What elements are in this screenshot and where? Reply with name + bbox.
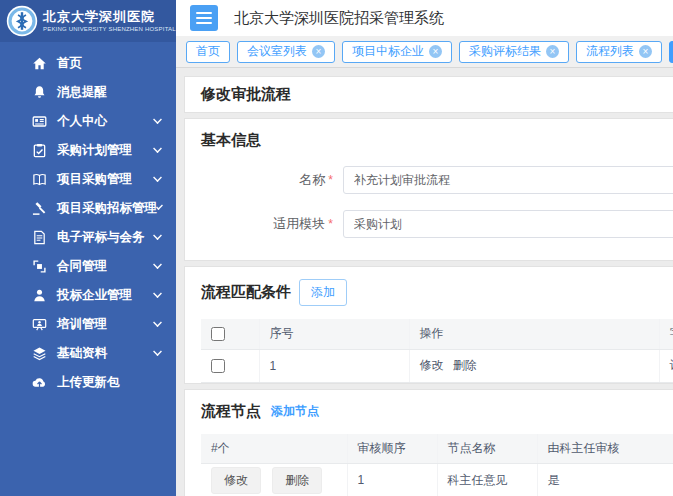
- sidebar-item-contract-management[interactable]: 合同管理: [0, 252, 176, 281]
- add-condition-button[interactable]: 添加: [299, 279, 347, 306]
- book-icon: [32, 172, 47, 187]
- tab-process-active[interactable]: 流程 ×: [669, 41, 673, 63]
- sidebar-menu: 首页 消息提醒 个人中心 采购计划管理 项目采购管理: [0, 42, 176, 397]
- close-icon[interactable]: ×: [639, 45, 652, 58]
- sidebar-item-personal-center[interactable]: 个人中心: [0, 107, 176, 136]
- row-checkbox[interactable]: [211, 359, 225, 373]
- page-title: 修改审批流程: [201, 85, 673, 104]
- sidebar-item-procurement-plan[interactable]: 采购计划管理: [0, 136, 176, 165]
- sidebar-item-label: 基础资料: [57, 345, 153, 362]
- tab-label: 会议室列表: [247, 43, 307, 60]
- name-field-label: 名称*: [201, 171, 333, 189]
- presentation-icon: [32, 317, 47, 332]
- delete-button[interactable]: 删除: [272, 467, 322, 494]
- sidebar-item-basic-data[interactable]: 基础资料: [0, 339, 176, 368]
- chevron-down-icon: [153, 318, 162, 327]
- column-header-field: 字段: [659, 319, 673, 349]
- home-icon: [32, 56, 47, 71]
- sidebar-item-label: 消息提醒: [57, 84, 162, 101]
- required-marker: *: [328, 173, 333, 187]
- top-header: 北京大学深圳医院招采管理系统: [176, 0, 673, 36]
- chevron-down-icon: [153, 347, 162, 356]
- sidebar-item-label: 合同管理: [57, 258, 153, 275]
- close-icon[interactable]: ×: [429, 45, 442, 58]
- close-icon[interactable]: ×: [546, 45, 559, 58]
- content-area: 修改审批流程 基本信息 名称* 适用模块* 流程匹配条件 添加: [176, 68, 673, 496]
- system-title: 北京大学深圳医院招采管理系统: [234, 9, 444, 28]
- hospital-name: 北京大学深圳医院: [43, 10, 176, 24]
- hamburger-icon: [196, 12, 212, 14]
- process-nodes-table: #个 审核顺序 节点名称 由科主任审核 修改 删除 1: [201, 434, 673, 496]
- sidebar-item-label: 个人中心: [57, 113, 153, 130]
- sidebar-item-label: 投标企业管理: [57, 287, 153, 304]
- hospital-logo: 北京大学深圳医院 PEKING UNIVERSITY SHENZHEN HOSP…: [0, 0, 176, 42]
- chevron-down-icon: [153, 144, 162, 153]
- tab-label: 流程列表: [586, 43, 634, 60]
- sidebar-item-bidder-companies[interactable]: 投标企业管理: [0, 281, 176, 310]
- tab-meeting-room-list[interactable]: 会议室列表 ×: [237, 41, 335, 63]
- close-icon[interactable]: ×: [312, 45, 325, 58]
- chevron-down-icon: [153, 289, 162, 298]
- sidebar-item-messages[interactable]: 消息提醒: [0, 78, 176, 107]
- column-header-actions: #个: [201, 434, 347, 464]
- table-header-row: 序号 操作 字段: [201, 319, 673, 349]
- select-all-checkbox[interactable]: [211, 327, 225, 341]
- column-header-order: 审核顺序: [347, 434, 437, 464]
- page-title-card: 修改审批流程: [184, 76, 673, 113]
- sidebar-item-training-management[interactable]: 培训管理: [0, 310, 176, 339]
- sidebar-item-upload-update-package[interactable]: 上传更新包: [0, 368, 176, 397]
- sidebar-item-label: 项目采购管理: [57, 171, 153, 188]
- form-row-name: 名称*: [201, 166, 673, 194]
- delete-link[interactable]: 删除: [453, 358, 477, 372]
- match-conditions-table: 序号 操作 字段 1 修改 删除 计划: [201, 319, 673, 383]
- gavel-icon: [32, 201, 47, 216]
- hospital-name-block: 北京大学深圳医院 PEKING UNIVERSITY SHENZHEN HOSP…: [43, 10, 176, 33]
- sidebar-toggle-button[interactable]: [190, 5, 218, 31]
- hospital-emblem-icon: [6, 5, 38, 37]
- document-edit-icon: [32, 230, 47, 245]
- table-row: 1 修改 删除 计划: [201, 349, 673, 382]
- tab-label: 项目中标企业: [352, 43, 424, 60]
- row-order-cell: 1: [347, 464, 437, 496]
- process-nodes-card: 流程节点 添加节点 #个 审核顺序 节点名称 由科主任审核: [184, 389, 673, 496]
- sidebar-item-bidding-management[interactable]: 项目采购招标管理: [0, 194, 176, 223]
- sidebar-item-project-procurement[interactable]: 项目采购管理: [0, 165, 176, 194]
- tab-evaluation-results[interactable]: 采购评标结果 ×: [459, 41, 569, 63]
- table-row: 修改 删除 1 科主任意见 是: [201, 464, 673, 496]
- layers-icon: [32, 346, 47, 361]
- user-icon: [32, 288, 47, 303]
- sidebar-item-e-evaluation[interactable]: 电子评标与会务: [0, 223, 176, 252]
- tab-winning-companies[interactable]: 项目中标企业 ×: [342, 41, 452, 63]
- row-node-name-cell: 科主任意见: [437, 464, 537, 496]
- sidebar: 北京大学深圳医院 PEKING UNIVERSITY SHENZHEN HOSP…: [0, 0, 176, 496]
- cloud-upload-icon: [32, 375, 47, 390]
- sidebar-item-label: 项目采购招标管理: [57, 200, 157, 217]
- tab-process-list[interactable]: 流程列表 ×: [576, 41, 662, 63]
- chevron-down-icon: [153, 115, 162, 124]
- sidebar-item-label: 电子评标与会务: [57, 229, 153, 246]
- applicable-module-input[interactable]: [343, 210, 673, 238]
- chevron-down-icon: [153, 173, 162, 182]
- required-marker: *: [328, 217, 333, 231]
- tab-label: 采购评标结果: [469, 43, 541, 60]
- chevron-down-icon: [153, 231, 162, 240]
- process-nodes-header: 流程节点 添加节点: [201, 402, 673, 421]
- select-all-cell: [201, 319, 259, 349]
- app-root: 北京大学深圳医院 PEKING UNIVERSITY SHENZHEN HOSP…: [0, 0, 673, 496]
- name-input[interactable]: [343, 166, 673, 194]
- edit-button[interactable]: 修改: [211, 467, 261, 494]
- table-header-row: #个 审核顺序 节点名称 由科主任审核: [201, 434, 673, 464]
- sidebar-item-home[interactable]: 首页: [0, 49, 176, 78]
- main-area: 北京大学深圳医院招采管理系统 首页 会议室列表 × 项目中标企业 × 采购评标结…: [176, 0, 673, 496]
- match-conditions-card: 流程匹配条件 添加 序号 操作 字段: [184, 266, 673, 384]
- form-row-module: 适用模块*: [201, 210, 673, 238]
- tab-bar: 首页 会议室列表 × 项目中标企业 × 采购评标结果 × 流程列表 × 流程 ×: [176, 36, 673, 68]
- row-index-cell: 1: [259, 349, 409, 382]
- edit-link[interactable]: 修改: [420, 358, 444, 372]
- tab-label: 首页: [196, 43, 220, 60]
- add-node-link[interactable]: 添加节点: [271, 403, 319, 420]
- match-conditions-heading: 流程匹配条件: [201, 283, 291, 302]
- row-field-cell: 计划: [659, 349, 673, 382]
- column-header-index: 序号: [259, 319, 409, 349]
- tab-home[interactable]: 首页: [186, 41, 230, 63]
